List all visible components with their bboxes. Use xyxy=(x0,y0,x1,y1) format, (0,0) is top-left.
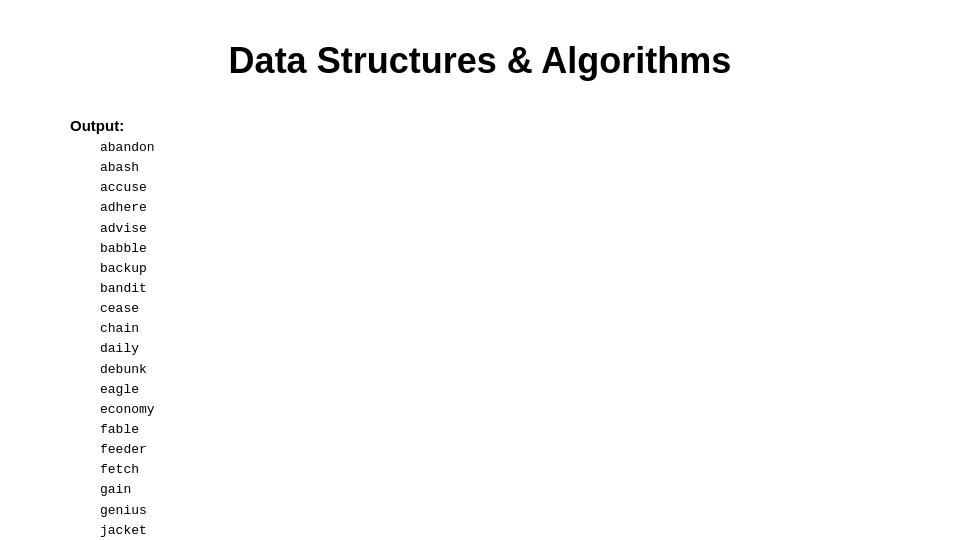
list-item: cease xyxy=(100,299,960,319)
list-item: economy xyxy=(100,400,960,420)
list-item: adhere xyxy=(100,198,960,218)
output-section: Output: abandonabashaccuseadhereadviseba… xyxy=(0,112,960,540)
list-item: feeder xyxy=(100,440,960,460)
list-item: abandon xyxy=(100,138,960,158)
page-container: Data Structures & Algorithms Output: aba… xyxy=(0,0,960,540)
list-item: babble xyxy=(100,239,960,259)
list-item: fetch xyxy=(100,460,960,480)
output-label: Output: xyxy=(70,117,960,134)
list-item: genius xyxy=(100,501,960,521)
list-item: eagle xyxy=(100,380,960,400)
list-item: advise xyxy=(100,219,960,239)
list-item: backup xyxy=(100,259,960,279)
list-item: fable xyxy=(100,420,960,440)
list-item: daily xyxy=(100,339,960,359)
list-item: jacket xyxy=(100,521,960,540)
output-list: abandonabashaccuseadhereadvisebabbleback… xyxy=(70,138,960,540)
page-title: Data Structures & Algorithms xyxy=(0,0,960,112)
list-item: accuse xyxy=(100,178,960,198)
list-item: abash xyxy=(100,158,960,178)
list-item: gain xyxy=(100,480,960,500)
list-item: debunk xyxy=(100,360,960,380)
list-item: bandit xyxy=(100,279,960,299)
list-item: chain xyxy=(100,319,960,339)
